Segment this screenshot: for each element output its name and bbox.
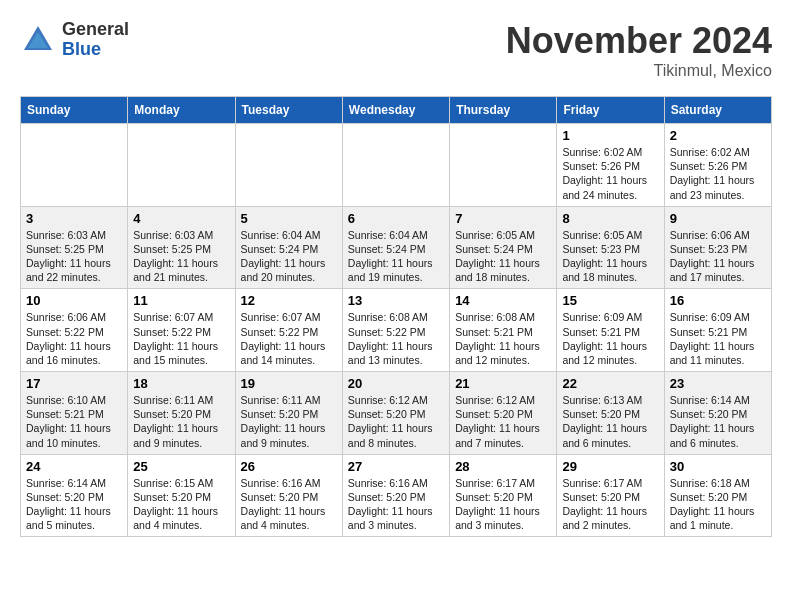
day-info: Sunrise: 6:08 AM Sunset: 5:21 PM Dayligh…: [455, 310, 551, 367]
day-number: 3: [26, 211, 122, 226]
page-header: General Blue November 2024 Tikinmul, Mex…: [20, 20, 772, 80]
day-info: Sunrise: 6:02 AM Sunset: 5:26 PM Dayligh…: [670, 145, 766, 202]
calendar-day-cell: 17Sunrise: 6:10 AM Sunset: 5:21 PM Dayli…: [21, 372, 128, 455]
day-info: Sunrise: 6:12 AM Sunset: 5:20 PM Dayligh…: [348, 393, 444, 450]
calendar-day-cell: 4Sunrise: 6:03 AM Sunset: 5:25 PM Daylig…: [128, 206, 235, 289]
calendar-day-cell: [450, 124, 557, 207]
calendar-week-row: 1Sunrise: 6:02 AM Sunset: 5:26 PM Daylig…: [21, 124, 772, 207]
day-info: Sunrise: 6:13 AM Sunset: 5:20 PM Dayligh…: [562, 393, 658, 450]
day-info: Sunrise: 6:07 AM Sunset: 5:22 PM Dayligh…: [133, 310, 229, 367]
day-number: 27: [348, 459, 444, 474]
day-info: Sunrise: 6:03 AM Sunset: 5:25 PM Dayligh…: [26, 228, 122, 285]
calendar-subtitle: Tikinmul, Mexico: [506, 62, 772, 80]
day-info: Sunrise: 6:05 AM Sunset: 5:23 PM Dayligh…: [562, 228, 658, 285]
calendar-day-cell: 28Sunrise: 6:17 AM Sunset: 5:20 PM Dayli…: [450, 454, 557, 537]
calendar-header-row: SundayMondayTuesdayWednesdayThursdayFrid…: [21, 97, 772, 124]
day-info: Sunrise: 6:11 AM Sunset: 5:20 PM Dayligh…: [133, 393, 229, 450]
day-number: 12: [241, 293, 337, 308]
day-info: Sunrise: 6:14 AM Sunset: 5:20 PM Dayligh…: [670, 393, 766, 450]
day-number: 11: [133, 293, 229, 308]
day-info: Sunrise: 6:04 AM Sunset: 5:24 PM Dayligh…: [241, 228, 337, 285]
logo-text: General Blue: [62, 20, 129, 60]
calendar-day-cell: 8Sunrise: 6:05 AM Sunset: 5:23 PM Daylig…: [557, 206, 664, 289]
calendar-week-row: 10Sunrise: 6:06 AM Sunset: 5:22 PM Dayli…: [21, 289, 772, 372]
day-info: Sunrise: 6:09 AM Sunset: 5:21 PM Dayligh…: [670, 310, 766, 367]
day-info: Sunrise: 6:17 AM Sunset: 5:20 PM Dayligh…: [455, 476, 551, 533]
weekday-header: Saturday: [664, 97, 771, 124]
day-number: 15: [562, 293, 658, 308]
day-number: 8: [562, 211, 658, 226]
calendar-day-cell: 18Sunrise: 6:11 AM Sunset: 5:20 PM Dayli…: [128, 372, 235, 455]
day-number: 4: [133, 211, 229, 226]
day-number: 28: [455, 459, 551, 474]
calendar-day-cell: 3Sunrise: 6:03 AM Sunset: 5:25 PM Daylig…: [21, 206, 128, 289]
calendar-day-cell: 5Sunrise: 6:04 AM Sunset: 5:24 PM Daylig…: [235, 206, 342, 289]
day-number: 26: [241, 459, 337, 474]
day-info: Sunrise: 6:10 AM Sunset: 5:21 PM Dayligh…: [26, 393, 122, 450]
calendar-day-cell: 11Sunrise: 6:07 AM Sunset: 5:22 PM Dayli…: [128, 289, 235, 372]
day-number: 10: [26, 293, 122, 308]
day-info: Sunrise: 6:08 AM Sunset: 5:22 PM Dayligh…: [348, 310, 444, 367]
day-number: 18: [133, 376, 229, 391]
day-number: 1: [562, 128, 658, 143]
day-info: Sunrise: 6:14 AM Sunset: 5:20 PM Dayligh…: [26, 476, 122, 533]
day-number: 6: [348, 211, 444, 226]
calendar-day-cell: 16Sunrise: 6:09 AM Sunset: 5:21 PM Dayli…: [664, 289, 771, 372]
day-number: 23: [670, 376, 766, 391]
day-info: Sunrise: 6:11 AM Sunset: 5:20 PM Dayligh…: [241, 393, 337, 450]
calendar-day-cell: 30Sunrise: 6:18 AM Sunset: 5:20 PM Dayli…: [664, 454, 771, 537]
day-number: 9: [670, 211, 766, 226]
calendar-day-cell: [21, 124, 128, 207]
day-info: Sunrise: 6:07 AM Sunset: 5:22 PM Dayligh…: [241, 310, 337, 367]
calendar-day-cell: 14Sunrise: 6:08 AM Sunset: 5:21 PM Dayli…: [450, 289, 557, 372]
logo-general: General: [62, 20, 129, 40]
weekday-header: Wednesday: [342, 97, 449, 124]
day-info: Sunrise: 6:18 AM Sunset: 5:20 PM Dayligh…: [670, 476, 766, 533]
calendar-day-cell: 22Sunrise: 6:13 AM Sunset: 5:20 PM Dayli…: [557, 372, 664, 455]
day-info: Sunrise: 6:02 AM Sunset: 5:26 PM Dayligh…: [562, 145, 658, 202]
day-info: Sunrise: 6:17 AM Sunset: 5:20 PM Dayligh…: [562, 476, 658, 533]
day-info: Sunrise: 6:09 AM Sunset: 5:21 PM Dayligh…: [562, 310, 658, 367]
day-info: Sunrise: 6:04 AM Sunset: 5:24 PM Dayligh…: [348, 228, 444, 285]
day-number: 7: [455, 211, 551, 226]
calendar-day-cell: [342, 124, 449, 207]
logo-blue: Blue: [62, 40, 129, 60]
day-number: 13: [348, 293, 444, 308]
day-info: Sunrise: 6:06 AM Sunset: 5:23 PM Dayligh…: [670, 228, 766, 285]
calendar-day-cell: 25Sunrise: 6:15 AM Sunset: 5:20 PM Dayli…: [128, 454, 235, 537]
day-number: 17: [26, 376, 122, 391]
day-number: 25: [133, 459, 229, 474]
calendar-week-row: 17Sunrise: 6:10 AM Sunset: 5:21 PM Dayli…: [21, 372, 772, 455]
calendar-day-cell: 29Sunrise: 6:17 AM Sunset: 5:20 PM Dayli…: [557, 454, 664, 537]
weekday-header: Thursday: [450, 97, 557, 124]
day-number: 21: [455, 376, 551, 391]
day-number: 29: [562, 459, 658, 474]
calendar-day-cell: 24Sunrise: 6:14 AM Sunset: 5:20 PM Dayli…: [21, 454, 128, 537]
day-info: Sunrise: 6:03 AM Sunset: 5:25 PM Dayligh…: [133, 228, 229, 285]
day-number: 24: [26, 459, 122, 474]
day-info: Sunrise: 6:16 AM Sunset: 5:20 PM Dayligh…: [241, 476, 337, 533]
weekday-header: Sunday: [21, 97, 128, 124]
calendar-day-cell: 10Sunrise: 6:06 AM Sunset: 5:22 PM Dayli…: [21, 289, 128, 372]
day-number: 14: [455, 293, 551, 308]
day-info: Sunrise: 6:05 AM Sunset: 5:24 PM Dayligh…: [455, 228, 551, 285]
calendar-day-cell: 23Sunrise: 6:14 AM Sunset: 5:20 PM Dayli…: [664, 372, 771, 455]
logo: General Blue: [20, 20, 129, 60]
calendar-day-cell: 1Sunrise: 6:02 AM Sunset: 5:26 PM Daylig…: [557, 124, 664, 207]
calendar-day-cell: 27Sunrise: 6:16 AM Sunset: 5:20 PM Dayli…: [342, 454, 449, 537]
calendar-day-cell: 9Sunrise: 6:06 AM Sunset: 5:23 PM Daylig…: [664, 206, 771, 289]
calendar-day-cell: 19Sunrise: 6:11 AM Sunset: 5:20 PM Dayli…: [235, 372, 342, 455]
calendar-table: SundayMondayTuesdayWednesdayThursdayFrid…: [20, 96, 772, 537]
calendar-day-cell: 20Sunrise: 6:12 AM Sunset: 5:20 PM Dayli…: [342, 372, 449, 455]
calendar-day-cell: 12Sunrise: 6:07 AM Sunset: 5:22 PM Dayli…: [235, 289, 342, 372]
day-info: Sunrise: 6:06 AM Sunset: 5:22 PM Dayligh…: [26, 310, 122, 367]
logo-icon: [20, 22, 56, 58]
calendar-day-cell: 21Sunrise: 6:12 AM Sunset: 5:20 PM Dayli…: [450, 372, 557, 455]
calendar-week-row: 3Sunrise: 6:03 AM Sunset: 5:25 PM Daylig…: [21, 206, 772, 289]
calendar-day-cell: [235, 124, 342, 207]
day-number: 2: [670, 128, 766, 143]
day-number: 19: [241, 376, 337, 391]
day-number: 30: [670, 459, 766, 474]
calendar-title: November 2024: [506, 20, 772, 62]
calendar-day-cell: [128, 124, 235, 207]
